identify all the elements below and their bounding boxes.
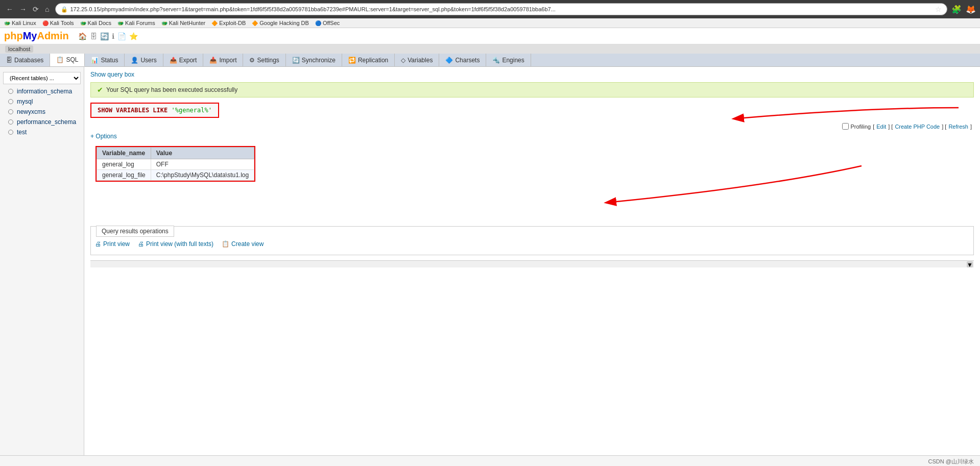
- print-view-full-link[interactable]: 🖨 Print view (with full texts): [138, 240, 213, 248]
- print-view-full-icon: 🖨: [138, 240, 144, 248]
- pma-icon-bar: 🏠 🗄 🔄 ℹ 📄 ⭐: [75, 31, 141, 41]
- edit-link[interactable]: Edit: [876, 124, 886, 130]
- sql-query-section: SHOW VARIABLES LIKE '%general%': [90, 103, 974, 118]
- bookmark-kali-forums[interactable]: 🐲 Kali Forums: [117, 20, 155, 26]
- tab-databases[interactable]: 🗄 Databases: [0, 54, 50, 66]
- google-hacking-icon: 🔶: [252, 20, 258, 26]
- export-icon: 📤: [170, 57, 177, 64]
- home-icon[interactable]: 🏠: [78, 32, 87, 40]
- tab-sql[interactable]: 📋 SQL: [50, 54, 85, 66]
- logo-my-text: My: [23, 30, 37, 41]
- create-view-link[interactable]: 📋 Create view: [222, 240, 264, 248]
- sql-string: '%general%': [172, 107, 212, 114]
- profiling-label: Profiling: [850, 124, 871, 130]
- kali-nethunter-icon: 🐲: [161, 20, 168, 26]
- sql-action-bar: Profiling [ Edit ] [ Create PHP Code ] […: [90, 123, 974, 130]
- databases-icon: 🗄: [6, 57, 12, 64]
- address-bar[interactable]: 🔒 172.25.0.15/phpmyadmin/index.php?serve…: [55, 3, 947, 15]
- print-view-link[interactable]: 🖨 Print view: [95, 240, 130, 248]
- logo-php-text: php: [4, 30, 23, 41]
- success-check-icon: ✔: [97, 86, 103, 94]
- status-icon: 📊: [91, 57, 99, 64]
- table-header-row: Variable_name Value: [97, 148, 254, 159]
- firefox-icon: 🦊: [966, 5, 976, 14]
- refresh-link[interactable]: Refresh: [948, 124, 968, 130]
- db-circle-icon: [8, 89, 13, 94]
- print-view-icon: 🖨: [95, 240, 101, 248]
- sidebar-item-information-schema[interactable]: information_schema: [0, 86, 84, 96]
- cell-general-log-name: general_log: [97, 159, 151, 170]
- spacer: [90, 195, 974, 226]
- tab-replication[interactable]: 🔁 Replication: [342, 54, 395, 66]
- tab-variables[interactable]: ◇ Variables: [395, 54, 439, 66]
- results-area: Variable_name Value general_log OFF: [90, 146, 974, 191]
- docs-icon[interactable]: 📄: [117, 32, 126, 40]
- url-text: 172.25.0.15/phpmyadmin/index.php?server=…: [70, 6, 933, 12]
- tab-users[interactable]: 👤 Users: [125, 54, 163, 66]
- kali-docs-icon: 🐲: [80, 20, 86, 26]
- info-icon[interactable]: ℹ: [112, 32, 114, 40]
- results-table-container: Variable_name Value general_log OFF: [95, 146, 255, 182]
- bookmark-kali-docs[interactable]: 🐲 Kali Docs: [80, 20, 111, 26]
- tab-engines[interactable]: 🔩 Engines: [486, 54, 531, 66]
- tab-settings[interactable]: ⚙ Settings: [243, 54, 285, 66]
- browser-chrome: ← → ⟳ ⌂ 🔒 172.25.0.15/phpmyadmin/index.p…: [0, 0, 980, 18]
- bookmark-kali-nethunter[interactable]: 🐲 Kali NetHunter: [161, 20, 206, 26]
- results-table: Variable_name Value general_log OFF: [97, 147, 254, 181]
- forward-button[interactable]: →: [17, 4, 29, 14]
- bookmarks-bar: 🐲 Kali Linux 🔴 Kali Tools 🐲 Kali Docs 🐲 …: [0, 18, 980, 28]
- db-circle-icon: [8, 119, 13, 125]
- tab-import[interactable]: 📥 Import: [203, 54, 243, 66]
- sql-keyword: SHOW VARIABLES LIKE: [98, 107, 172, 114]
- query-results-ops-label-wrapper: Query results operations: [91, 226, 973, 237]
- footer-text: CSDN @山川绿水: [928, 458, 974, 464]
- server-badge[interactable]: localhost: [5, 45, 33, 53]
- back-button[interactable]: ←: [4, 4, 15, 14]
- bookmark-google-hacking[interactable]: 🔶 Google Hacking DB: [252, 20, 309, 26]
- offsec-icon: 🔵: [315, 20, 321, 26]
- sidebar-item-performance-schema[interactable]: performance_schema: [0, 117, 84, 127]
- pma-logo: phpMyAdmin: [4, 30, 69, 42]
- sidebar-item-newyxcms[interactable]: newyxcms: [0, 107, 84, 117]
- success-message: Your SQL query has been executed success…: [106, 86, 237, 93]
- reload-button[interactable]: ⟳: [31, 4, 41, 14]
- engines-icon: 🔩: [492, 57, 500, 64]
- recent-tables-dropdown[interactable]: (Recent tables) ...: [3, 72, 81, 84]
- logo-admin-text: Admin: [37, 30, 68, 41]
- create-php-code-link[interactable]: Create PHP Code: [895, 124, 940, 130]
- bookmark-kali-linux[interactable]: 🐲 Kali Linux: [4, 20, 36, 26]
- tab-charsets[interactable]: 🔷 Charsets: [439, 54, 486, 66]
- tab-status[interactable]: 📊 Status: [85, 54, 125, 66]
- table-row: general_log OFF: [97, 159, 254, 170]
- scroll-button[interactable]: ▼: [967, 261, 973, 267]
- bookmark-exploit-db[interactable]: 🔶 Exploit-DB: [211, 20, 246, 26]
- users-icon: 👤: [131, 57, 138, 64]
- settings-icon: ⚙: [249, 57, 255, 64]
- pma-wrapper: phpMyAdmin 🏠 🗄 🔄 ℹ 📄 ⭐ localhost 🗄 Datab…: [0, 28, 980, 466]
- charsets-icon: 🔷: [445, 57, 453, 64]
- sidebar-item-test[interactable]: test: [0, 127, 84, 137]
- top-nav: 🗄 Databases 📋 SQL 📊 Status 👤 Users 📤 Exp…: [0, 54, 980, 67]
- exploit-db-icon: 🔶: [211, 20, 218, 26]
- kali-tools-icon: 🔴: [42, 20, 49, 26]
- tab-export[interactable]: 📤 Export: [163, 54, 204, 66]
- cell-general-log-file-value: C:\phpStudy\MySQL\data\stu1.log: [151, 170, 254, 181]
- tab-synchronize[interactable]: 🔄 Synchronize: [286, 54, 342, 66]
- home-button[interactable]: ⌂: [43, 4, 51, 14]
- reload-icon[interactable]: 🔄: [100, 32, 109, 40]
- bookmark-kali-tools[interactable]: 🔴 Kali Tools: [42, 20, 74, 26]
- bookmark-offsec[interactable]: 🔵 OffSec: [315, 20, 340, 26]
- options-link[interactable]: + Options: [90, 133, 117, 140]
- success-banner: ✔ Your SQL query has been executed succe…: [90, 82, 974, 97]
- star-icon[interactable]: ⭐: [129, 32, 138, 40]
- sidebar-item-mysql[interactable]: mysql: [0, 96, 84, 107]
- replication-icon: 🔁: [348, 57, 356, 64]
- options-section: + Options Variable_name Value: [90, 133, 974, 191]
- bookmark-icon[interactable]: ☆: [935, 5, 942, 13]
- query-results-ops-container: Query results operations 🖨 Print view 🖨 …: [90, 226, 974, 255]
- db-icon[interactable]: 🗄: [90, 32, 97, 40]
- show-query-box-link[interactable]: Show query box: [90, 71, 134, 78]
- profiling-checkbox[interactable]: [842, 123, 849, 130]
- import-icon: 📥: [209, 57, 217, 64]
- create-view-icon: 📋: [222, 240, 229, 248]
